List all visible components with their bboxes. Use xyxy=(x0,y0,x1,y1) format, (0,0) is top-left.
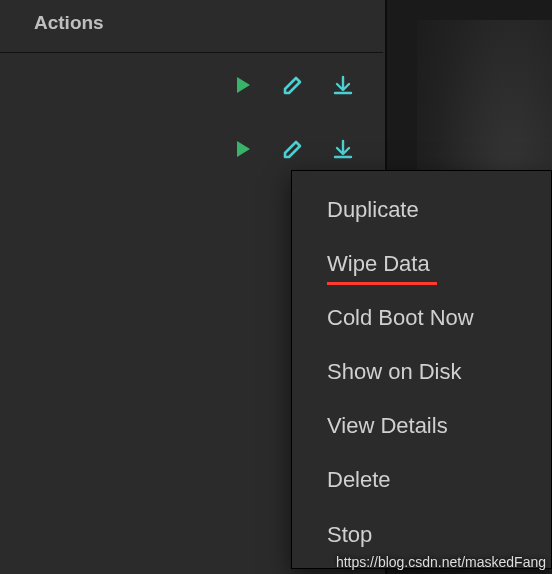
column-header-actions: Actions xyxy=(0,0,383,52)
watermark: https://blog.csdn.net/maskedFang xyxy=(336,554,546,570)
menu-item-wipe-data[interactable]: Wipe Data xyxy=(292,237,551,291)
menu-item-delete[interactable]: Delete xyxy=(292,453,551,507)
download-icon[interactable] xyxy=(331,73,355,97)
menu-item-cold-boot-now[interactable]: Cold Boot Now xyxy=(292,291,551,345)
download-icon[interactable] xyxy=(331,137,355,161)
device-row xyxy=(0,53,383,117)
menu-item-duplicate[interactable]: Duplicate xyxy=(292,183,551,237)
edit-icon[interactable] xyxy=(281,73,305,97)
edit-icon[interactable] xyxy=(281,137,305,161)
context-menu: Duplicate Wipe Data Cold Boot Now Show o… xyxy=(291,170,552,569)
menu-item-show-on-disk[interactable]: Show on Disk xyxy=(292,345,551,399)
menu-item-view-details[interactable]: View Details xyxy=(292,399,551,453)
play-icon[interactable] xyxy=(231,137,255,161)
play-icon[interactable] xyxy=(231,73,255,97)
